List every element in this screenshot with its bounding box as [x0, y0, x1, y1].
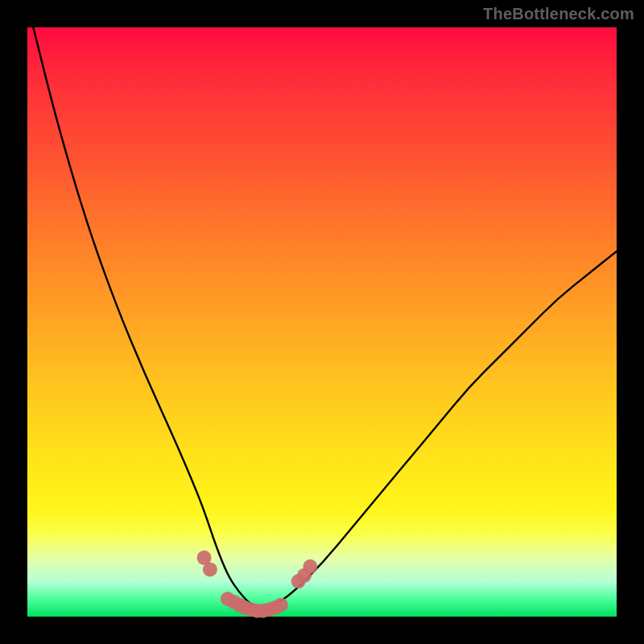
curve-svg — [27, 27, 617, 617]
bottleneck-markers — [197, 551, 318, 618]
marker-dot — [274, 597, 288, 612]
marker-dot — [203, 562, 217, 576]
watermark-text: TheBottleneck.com — [483, 5, 634, 23]
marker-dot — [303, 559, 317, 574]
bottleneck-curve — [33, 27, 617, 609]
chart-frame: TheBottleneck.com — [0, 0, 644, 644]
plot-area — [27, 27, 617, 617]
